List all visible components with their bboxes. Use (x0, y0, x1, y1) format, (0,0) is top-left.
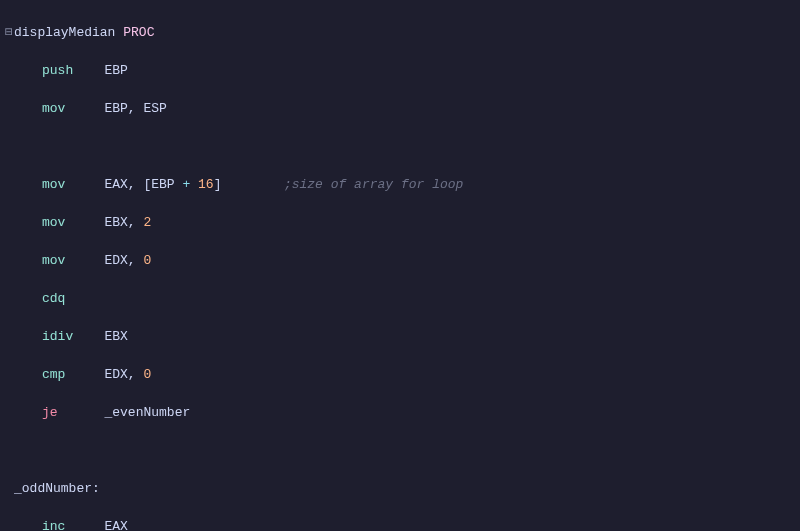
blank-line (4, 441, 800, 460)
code-line: mov EDX, 0 (4, 251, 800, 270)
operand: EBX (104, 329, 127, 344)
mnemonic: cdq (42, 291, 65, 306)
operand: ESP (143, 101, 166, 116)
blank-line (4, 137, 800, 156)
operand: 0 (143, 367, 151, 382)
operand: EBP (104, 63, 127, 78)
code-editor[interactable]: ⊟displayMedian PROC push EBP mov EBP, ES… (0, 0, 800, 531)
operand: EBX (104, 215, 127, 230)
operand: EDX (104, 367, 127, 382)
code-line: cmp EDX, 0 (4, 365, 800, 384)
code-line: mov EBX, 2 (4, 213, 800, 232)
operand: EBP (104, 101, 127, 116)
mnemonic: cmp (42, 367, 65, 382)
mnemonic: push (42, 63, 73, 78)
proc-name: displayMedian (14, 25, 115, 40)
mnemonic: inc (42, 519, 65, 531)
mnemonic: mov (42, 177, 65, 192)
code-line: ⊟displayMedian PROC (4, 23, 800, 42)
operand: 2 (143, 215, 151, 230)
mnemonic: mov (42, 253, 65, 268)
operand: 0 (143, 253, 151, 268)
code-line: je _evenNumber (4, 403, 800, 422)
mnemonic: idiv (42, 329, 73, 344)
code-line: _oddNumber: (4, 479, 800, 498)
operand: _evenNumber (104, 405, 190, 420)
code-line: mov EAX, [EBP + 16] ;size of array for l… (4, 175, 800, 194)
comment: ;size of array for loop (284, 177, 463, 192)
operand: EDX (104, 253, 127, 268)
operand: EAX (104, 177, 127, 192)
code-line: cdq (4, 289, 800, 308)
mnemonic: mov (42, 215, 65, 230)
code-line: mov EBP, ESP (4, 99, 800, 118)
proc-keyword: PROC (123, 25, 154, 40)
code-line: inc EAX (4, 517, 800, 531)
mnemonic: je (42, 405, 58, 420)
code-line: push EBP (4, 61, 800, 80)
code-line: idiv EBX (4, 327, 800, 346)
operand: EAX (104, 519, 127, 531)
mnemonic: mov (42, 101, 65, 116)
label: _oddNumber (14, 481, 92, 496)
fold-icon[interactable]: ⊟ (4, 23, 14, 42)
